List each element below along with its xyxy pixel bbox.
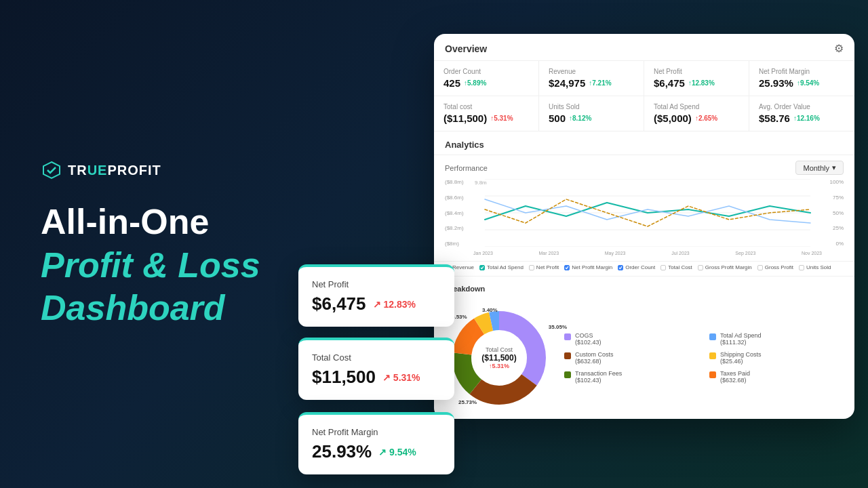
analytics-header: Analytics [434,131,854,155]
pct-25: 25.73% [458,399,477,405]
card-net-profit-value: $6,475 ↗ 12.83% [312,293,441,314]
pct-3: 3.40% [482,307,498,313]
performance-header: Performance Monthly ▾ [445,161,844,175]
breakdown-item: Custom Costs ($632.68) [564,351,698,365]
breakdown-item: Shipping Costs ($25.46) [709,351,844,365]
svg-marker-0 [43,162,60,178]
legend-item: Gross Profit Margin [698,264,752,270]
card-net-profit-label: Net Profit [312,279,441,289]
metric-cell: Total Ad Spend ($5,000) ↑2.65% [644,96,749,131]
legend-item: Gross Profit [757,264,793,270]
metric-cell: Net Profit $6,475 ↑12.83% [644,61,749,96]
card-net-profit: Net Profit $6,475 ↗ 12.83% [298,264,454,327]
filter-icon[interactable]: ⚙ [834,42,844,55]
breakdown-item: Taxes Paid ($632.68) [709,370,844,384]
logo: TRUEPROFIT [41,159,380,181]
metric-cell: Revenue $24,975 ↑7.21% [539,61,644,96]
monthly-button[interactable]: Monthly ▾ [795,161,844,175]
card-net-margin-label: Net Profit Margin [312,427,441,437]
card-net-margin: Net Profit Margin 25.93% ↗ 9.54% [298,412,454,474]
card-net-margin-change: ↗ 9.54% [378,447,416,458]
metric-cell: Avg. Order Value $58.76 ↑12.16% [749,96,854,131]
legend-item: Total Cost [660,264,692,270]
analytics-title: Analytics [445,140,484,150]
overview-title: Overview [445,43,487,54]
breakdown-item: COGS ($102.43) [564,332,698,346]
legend-item: Net Profit Margin [564,264,612,270]
performance-title: Performance [445,164,488,172]
breakdown-legend: COGS ($102.43) Total Ad Spend ($111.32) … [564,332,844,384]
card-net-margin-value: 25.93% ↗ 9.54% [312,441,441,462]
legend-row: Revenue Total Ad SpendNet Profit Net Pro… [434,262,854,277]
legend-item: Order Count [618,264,655,270]
metrics-row1: Order Count 425 ↑5.89% Revenue $24,975 ↑… [434,61,854,96]
performance-chart [473,179,822,247]
logo-text: TRUEPROFIT [68,163,161,178]
metric-cell: Total cost ($11,500) ↑5.31% [434,96,539,131]
metric-cell: Net Profit Margin 25.93% ↑9.54% [749,61,854,96]
breakdown-item: Total Ad Spend ($111.32) [709,332,844,346]
donut-center-label: Total Cost ($11,500) ↑5.31% [481,346,516,369]
card-total-cost-value: $11,500 ↗ 5.31% [312,367,441,388]
metric-cell: Order Count 425 ↑5.89% [434,61,539,96]
breakdown-header: Breakdown [434,277,854,297]
legend-item: Net Profit [529,264,559,270]
breakdown-section: Total Cost ($11,500) ↑5.31% 35.05% 25.73… [434,297,854,419]
pct-35: 35.05% [549,324,567,330]
donut-chart: Total Cost ($11,500) ↑5.31% 35.05% 25.73… [445,304,553,412]
card-net-profit-change: ↗ 12.83% [373,299,416,310]
metrics-row2: Total cost ($11,500) ↑5.31% Units Sold 5… [434,96,854,131]
card-total-cost-change: ↗ 5.31% [382,372,420,383]
overview-header: Overview ⚙ [434,34,854,61]
metric-cell: Units Sold 500 ↑8.12% [539,96,644,131]
breakdown-item: Transaction Fees ($102.43) [564,370,698,384]
performance-section: Performance Monthly ▾ ($8.8m) ($8.6m) ($… [434,155,854,262]
logo-icon [41,159,62,181]
card-total-cost-label: Total Cost [312,352,441,363]
legend-item: Total Ad Spend [479,264,524,270]
card-total-cost: Total Cost $11,500 ↗ 5.31% [298,338,454,400]
dashboard-panel: Overview ⚙ Order Count 425 ↑5.89% Revenu… [434,34,854,419]
headline-line1: All-in-One [41,203,380,241]
legend-item: Units Sold [799,264,831,270]
